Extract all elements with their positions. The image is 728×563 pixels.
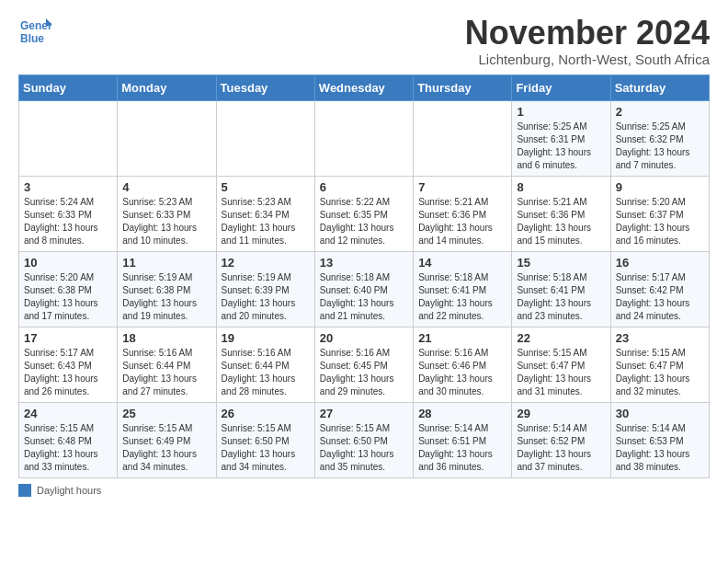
calendar-cell: 27Sunrise: 5:15 AM Sunset: 6:50 PM Dayli… — [314, 402, 413, 477]
day-info: Sunrise: 5:15 AM Sunset: 6:48 PM Dayligh… — [24, 422, 112, 474]
calendar-week-row: 1Sunrise: 5:25 AM Sunset: 6:31 PM Daylig… — [19, 100, 710, 176]
day-number: 11 — [122, 256, 210, 270]
weekday-header: Sunday — [19, 75, 118, 100]
calendar-cell: 30Sunrise: 5:14 AM Sunset: 6:53 PM Dayli… — [610, 402, 709, 477]
day-info: Sunrise: 5:23 AM Sunset: 6:33 PM Dayligh… — [122, 196, 210, 247]
calendar-cell: 6Sunrise: 5:22 AM Sunset: 6:35 PM Daylig… — [314, 176, 413, 251]
day-number: 27 — [320, 407, 408, 420]
day-info: Sunrise: 5:20 AM Sunset: 6:37 PM Dayligh… — [616, 196, 704, 247]
day-number: 4 — [122, 180, 210, 194]
day-number: 6 — [320, 180, 408, 194]
calendar-cell: 14Sunrise: 5:18 AM Sunset: 6:41 PM Dayli… — [414, 251, 512, 327]
day-number: 15 — [517, 256, 605, 270]
logo: General Blue — [18, 15, 51, 48]
day-number: 22 — [517, 331, 605, 345]
day-info: Sunrise: 5:21 AM Sunset: 6:36 PM Dayligh… — [517, 196, 605, 247]
calendar-cell: 21Sunrise: 5:16 AM Sunset: 6:46 PM Dayli… — [414, 327, 512, 402]
calendar-cell: 29Sunrise: 5:14 AM Sunset: 6:52 PM Dayli… — [512, 402, 610, 477]
header: General Blue November 2024 Lichtenburg, … — [18, 15, 710, 67]
svg-text:Blue: Blue — [20, 32, 44, 45]
day-info: Sunrise: 5:21 AM Sunset: 6:36 PM Dayligh… — [418, 196, 506, 247]
logo-svg: General Blue — [18, 15, 51, 48]
calendar-cell — [216, 100, 314, 176]
day-number: 8 — [517, 180, 605, 194]
calendar-cell: 23Sunrise: 5:15 AM Sunset: 6:47 PM Dayli… — [610, 327, 709, 402]
day-info: Sunrise: 5:22 AM Sunset: 6:35 PM Dayligh… — [320, 196, 408, 247]
calendar-cell: 9Sunrise: 5:20 AM Sunset: 6:37 PM Daylig… — [610, 176, 709, 251]
calendar-cell: 10Sunrise: 5:20 AM Sunset: 6:38 PM Dayli… — [19, 251, 118, 327]
day-info: Sunrise: 5:17 AM Sunset: 6:42 PM Dayligh… — [616, 271, 704, 323]
calendar-week-row: 17Sunrise: 5:17 AM Sunset: 6:43 PM Dayli… — [19, 327, 710, 402]
calendar-cell: 5Sunrise: 5:23 AM Sunset: 6:34 PM Daylig… — [216, 176, 314, 251]
calendar-cell: 3Sunrise: 5:24 AM Sunset: 6:33 PM Daylig… — [19, 176, 118, 251]
day-number: 7 — [418, 180, 506, 194]
day-info: Sunrise: 5:20 AM Sunset: 6:38 PM Dayligh… — [24, 271, 112, 323]
weekday-header: Friday — [512, 75, 610, 100]
calendar-cell: 11Sunrise: 5:19 AM Sunset: 6:38 PM Dayli… — [118, 251, 216, 327]
calendar-cell: 22Sunrise: 5:15 AM Sunset: 6:47 PM Dayli… — [512, 327, 610, 402]
day-info: Sunrise: 5:16 AM Sunset: 6:44 PM Dayligh… — [122, 347, 210, 398]
day-info: Sunrise: 5:23 AM Sunset: 6:34 PM Dayligh… — [222, 196, 310, 247]
day-info: Sunrise: 5:15 AM Sunset: 6:49 PM Dayligh… — [122, 422, 210, 474]
day-info: Sunrise: 5:18 AM Sunset: 6:41 PM Dayligh… — [418, 271, 506, 323]
day-number: 30 — [616, 407, 704, 420]
day-info: Sunrise: 5:14 AM Sunset: 6:52 PM Dayligh… — [517, 422, 605, 474]
calendar-cell: 18Sunrise: 5:16 AM Sunset: 6:44 PM Dayli… — [118, 327, 216, 402]
calendar-cell — [414, 100, 512, 176]
day-number: 1 — [517, 105, 605, 119]
day-info: Sunrise: 5:15 AM Sunset: 6:47 PM Dayligh… — [616, 347, 704, 398]
day-number: 24 — [24, 407, 112, 420]
weekday-header: Wednesday — [314, 75, 413, 100]
title-block: November 2024 Lichtenburg, North-West, S… — [465, 15, 710, 67]
day-number: 28 — [418, 407, 506, 420]
calendar-week-row: 24Sunrise: 5:15 AM Sunset: 6:48 PM Dayli… — [19, 402, 710, 477]
weekday-header: Saturday — [610, 75, 709, 100]
month-title: November 2024 — [465, 15, 710, 52]
day-number: 12 — [222, 256, 310, 270]
calendar-week-row: 3Sunrise: 5:24 AM Sunset: 6:33 PM Daylig… — [19, 176, 710, 251]
calendar-cell: 2Sunrise: 5:25 AM Sunset: 6:32 PM Daylig… — [610, 100, 709, 176]
weekday-header: Tuesday — [216, 75, 314, 100]
day-info: Sunrise: 5:14 AM Sunset: 6:51 PM Dayligh… — [418, 422, 506, 474]
calendar-cell: 26Sunrise: 5:15 AM Sunset: 6:50 PM Dayli… — [216, 402, 314, 477]
day-number: 16 — [616, 256, 704, 270]
weekday-header: Monday — [118, 75, 216, 100]
day-number: 2 — [616, 105, 704, 119]
calendar-cell: 15Sunrise: 5:18 AM Sunset: 6:41 PM Dayli… — [512, 251, 610, 327]
calendar-cell — [314, 100, 413, 176]
day-info: Sunrise: 5:16 AM Sunset: 6:46 PM Dayligh… — [418, 347, 506, 398]
day-info: Sunrise: 5:25 AM Sunset: 6:31 PM Dayligh… — [517, 121, 605, 172]
day-number: 14 — [418, 256, 506, 270]
subtitle: Lichtenburg, North-West, South Africa — [465, 52, 710, 67]
day-number: 26 — [222, 407, 310, 420]
calendar-cell: 8Sunrise: 5:21 AM Sunset: 6:36 PM Daylig… — [512, 176, 610, 251]
calendar-week-row: 10Sunrise: 5:20 AM Sunset: 6:38 PM Dayli… — [19, 251, 710, 327]
calendar-cell: 28Sunrise: 5:14 AM Sunset: 6:51 PM Dayli… — [414, 402, 512, 477]
day-info: Sunrise: 5:25 AM Sunset: 6:32 PM Dayligh… — [616, 121, 704, 172]
day-info: Sunrise: 5:15 AM Sunset: 6:50 PM Dayligh… — [320, 422, 408, 474]
calendar-cell: 7Sunrise: 5:21 AM Sunset: 6:36 PM Daylig… — [414, 176, 512, 251]
day-number: 3 — [24, 180, 112, 194]
calendar-cell: 13Sunrise: 5:18 AM Sunset: 6:40 PM Dayli… — [314, 251, 413, 327]
day-number: 18 — [122, 331, 210, 345]
day-info: Sunrise: 5:18 AM Sunset: 6:41 PM Dayligh… — [517, 271, 605, 323]
day-number: 25 — [122, 407, 210, 420]
day-number: 23 — [616, 331, 704, 345]
legend-box — [18, 484, 31, 497]
day-info: Sunrise: 5:15 AM Sunset: 6:47 PM Dayligh… — [517, 347, 605, 398]
day-number: 19 — [222, 331, 310, 345]
calendar-cell: 19Sunrise: 5:16 AM Sunset: 6:44 PM Dayli… — [216, 327, 314, 402]
day-number: 10 — [24, 256, 112, 270]
calendar-cell: 20Sunrise: 5:16 AM Sunset: 6:45 PM Dayli… — [314, 327, 413, 402]
calendar-cell — [118, 100, 216, 176]
page: General Blue November 2024 Lichtenburg, … — [0, 0, 728, 506]
weekday-header-row: SundayMondayTuesdayWednesdayThursdayFrid… — [19, 75, 710, 100]
day-number: 13 — [320, 256, 408, 270]
day-info: Sunrise: 5:18 AM Sunset: 6:40 PM Dayligh… — [320, 271, 408, 323]
calendar-cell: 16Sunrise: 5:17 AM Sunset: 6:42 PM Dayli… — [610, 251, 709, 327]
day-info: Sunrise: 5:19 AM Sunset: 6:39 PM Dayligh… — [222, 271, 310, 323]
day-number: 17 — [24, 331, 112, 345]
day-number: 21 — [418, 331, 506, 345]
calendar-cell: 1Sunrise: 5:25 AM Sunset: 6:31 PM Daylig… — [512, 100, 610, 176]
calendar-cell — [19, 100, 118, 176]
